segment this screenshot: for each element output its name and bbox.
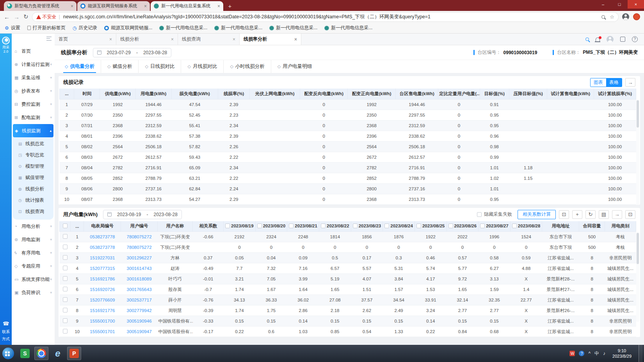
tray-help-icon[interactable]: ? [579,351,584,356]
column-header[interactable]: 合同容量 [579,221,605,232]
table-row[interactable]: 6 1516920726 3001765643 殷存英 -0.7 1.74 1.… [60,284,636,295]
date-end[interactable]: 2023-08-28 [154,212,178,217]
row-checkbox[interactable] [60,284,71,295]
checkbox[interactable] [257,224,262,228]
user-no-link[interactable]: 3001614743 [121,263,158,274]
row-checkbox[interactable] [60,316,71,327]
table-row[interactable]: 1 07/29 1992 1944.46 47.54 2.39 0 1992 1… [60,99,636,110]
sidebar-item[interactable]: ⊗ 计量运行监测 ▾ [12,58,55,71]
scrollbar-thumb[interactable] [637,233,639,264]
checkbox[interactable] [477,212,482,217]
hide-failed-checkbox-group[interactable]: 隐藏采集失败 [477,211,512,218]
sidebar-item[interactable]: ▭ 系统支撑功能 ▾ [12,273,55,286]
row-checkbox[interactable] [60,253,71,263]
browser-tab[interactable]: 新型电力负荷管理系统 × [4,1,76,11]
row-checkbox[interactable] [60,242,71,253]
meter-no-link[interactable]: 0538273778 [84,232,121,242]
help-icon[interactable]: ? [632,36,638,42]
toggle-table-button[interactable]: 表格 [606,78,622,87]
show-desktop-button[interactable] [639,345,642,362]
security-warning-label[interactable]: 不安全 [43,14,57,20]
checkbox[interactable] [480,224,485,228]
column-header[interactable]: 试计算线损率(%) [594,89,636,99]
user-no-link[interactable]: 3005190946 [121,316,158,327]
close-icon[interactable]: × [109,37,112,42]
sidebar-item[interactable]: ◇ 专题应用 ▾ [12,259,55,273]
toggle-chart-button[interactable]: 图表 [591,78,606,87]
date-end[interactable]: 2023-08-28 [143,50,167,55]
column-header[interactable]: 台区售电量(kWh) [396,89,438,99]
column-header[interactable]: 试计算售电量(kWh) [547,89,594,99]
table-row[interactable]: 3 1519227031 3001296227 方林 0.37 0.05 0.0… [60,253,636,263]
sidebar-item-line-loss-monitor[interactable]: ◈ 线损监测 ▴ [13,124,53,137]
tray-app-icon[interactable]: W [569,351,575,356]
sidebar-item[interactable]: ▦ 采集运维 ▾ [12,71,55,84]
column-header[interactable]: ... [71,221,84,232]
sidebar-subitem[interactable]: ◷ 统计报表 [13,195,53,206]
column-header[interactable]: 目标值(%) [480,89,509,99]
date-column-header[interactable]: 2023/08/26 [447,221,479,232]
checkbox[interactable] [448,224,453,228]
notification-bell-icon[interactable] [596,37,600,41]
export-icon[interactable]: → [612,210,622,219]
table-row[interactable]: 3 07/31 2368 2312.59 55.41 2.34 0 2368 2… [60,120,636,131]
date-column-header[interactable]: 2023/08/22 [319,221,351,232]
search-icon[interactable] [585,37,589,41]
sidebar-item[interactable]: ◔ 用电分析 ▾ [12,220,55,233]
reload-icon[interactable]: ↻ [23,13,28,20]
page-tab-line-loss-rate-analysis[interactable]: 线损率分析× [240,34,301,45]
checkbox[interactable] [289,224,294,228]
close-button[interactable]: × [628,0,644,9]
save-icon[interactable]: ▤ [599,210,609,219]
subtab-monthly-loss-compare[interactable]: ◇月线损对比 [181,60,223,73]
bookmark-item[interactable]: ◷历史记录 [73,25,97,31]
close-icon[interactable]: × [233,37,235,42]
user-no-link[interactable]: 3005190947 [121,327,158,337]
subtab-supply-analysis[interactable]: ◇供电量分析 [59,60,101,73]
sidebar-item[interactable]: ⊚ 用电监测 ▾ [12,233,55,246]
date-column-header[interactable]: 2023/08/28 [510,221,542,232]
table-row[interactable]: 2 07/30 2350 2297.55 52.45 2.23 0 2350 2… [60,110,636,120]
sidebar-subitem[interactable]: ▦ 赋值管理 [13,172,53,183]
bookmark-item[interactable]: 新一代用电信息采... [324,25,372,31]
close-tab-icon[interactable]: × [217,4,220,9]
sidebar-subitem[interactable]: ▤ 线损总览 [13,138,53,149]
column-header[interactable]: 用户名称 [157,221,193,232]
row-checkbox[interactable] [60,295,71,305]
meter-no-link[interactable]: 1519227031 [84,253,121,263]
column-header[interactable]: 时间 [74,89,100,99]
sidebar-subitem[interactable]: ⊡ 线损查询 [13,206,53,217]
page-tab-home[interactable]: 首页× [55,34,116,45]
sidebar-item[interactable]: ⊟ 费控监测 ▾ [12,98,55,111]
column-header[interactable]: 用电类别 [605,221,636,232]
table-row[interactable]: 9 08/06 2800 2737.16 62.84 2.24 0 2800 2… [60,183,636,194]
correlation-calc-button[interactable]: 相关系数计算 [518,210,556,219]
grid-icon[interactable]: ⊡ [559,210,569,219]
column-header[interactable]: 压降目标值(%) [509,89,547,99]
column-header[interactable]: 配变正向电量(kWh) [348,89,396,99]
checkbox[interactable] [321,224,326,228]
taskbar-item-wps[interactable]: S [18,347,32,360]
user-no-link[interactable]: 3001765643 [121,284,158,295]
table-row[interactable]: 10 08/07 2368 2313.73 54.27 2.29 0 2368 … [60,194,636,204]
date-column-header[interactable]: 2023/08/20 [255,221,287,232]
page-tab-line-loss-query[interactable]: 线损查询× [178,34,240,45]
table-row[interactable]: 5 08/02 2564 2506.18 57.82 2.26 0 2564 2… [60,141,636,152]
subtab-user-energy-detail[interactable]: ◇用户电量明细 [271,60,318,73]
bookmark-star-icon[interactable]: ☆ [610,14,614,20]
sidebar-subitem[interactable]: ◳ 专职总览 [13,149,53,161]
user-no-link[interactable]: 3001296227 [121,253,158,263]
table-row[interactable]: 9 1555001700 3005190946 中国铁塔股份有... -0.33… [60,316,636,327]
date-column-header[interactable]: 2023/08/24 [383,221,415,232]
column-header[interactable]: 电表局编号 [84,221,121,232]
close-tab-icon[interactable]: × [71,4,73,9]
meter-no-link[interactable]: 1520777315 [84,263,121,274]
fullscreen-icon[interactable] [620,37,625,42]
scrollbar-thumb[interactable] [637,100,639,128]
back-icon[interactable]: ← [4,14,10,20]
date-range-picker[interactable]: 2023-07-29 - 2023-08-28 [93,48,172,57]
bookmark-item[interactable]: 新一代用电信息采... [269,25,317,31]
bookmark-item[interactable]: 新一代用电信息采... [159,25,207,31]
fullscreen-icon[interactable]: ⊡ [625,210,635,219]
meter-no-link[interactable]: 1516921776 [84,305,121,316]
